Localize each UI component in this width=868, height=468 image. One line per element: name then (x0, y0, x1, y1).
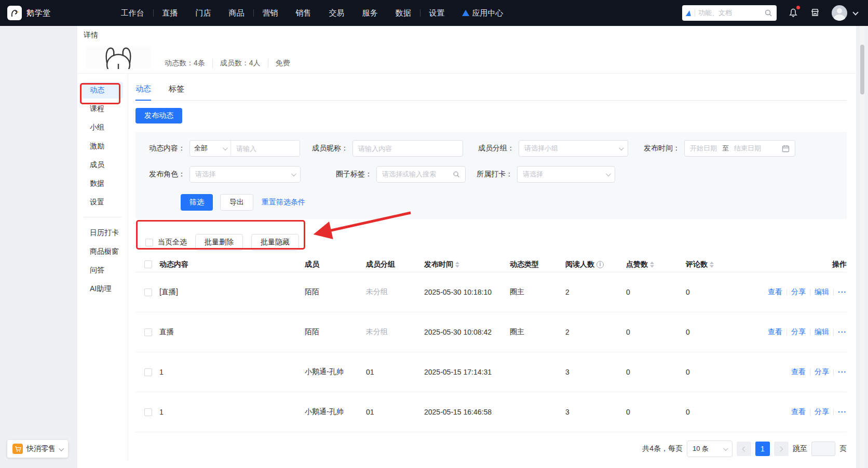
role-select[interactable]: 请选择 (189, 166, 301, 183)
filter-submit-button[interactable]: 筛选 (181, 194, 213, 211)
batch-delete-button[interactable]: 批量删除 (195, 234, 243, 251)
cell-comments: 0 (686, 328, 764, 336)
col-header-likes[interactable]: 点赞数 (626, 260, 686, 269)
top-navigation: 鹅学堂 工作台 直播 门店 商品 营销 销售 交易 服务 数据 设置 应用中心 … (0, 0, 868, 26)
shop-icon[interactable] (810, 7, 820, 19)
col-header-comments[interactable]: 评论数 (686, 260, 764, 269)
page-number-button[interactable]: 1 (755, 442, 770, 456)
row-checkbox[interactable] (144, 368, 152, 376)
sidebar-item-members[interactable]: 成员 (83, 157, 123, 173)
cell-time: 2025-05-30 10:08:42 (424, 328, 510, 336)
more-actions-icon[interactable]: ··· (838, 288, 847, 296)
tab-moments[interactable]: 动态 (135, 78, 151, 100)
account-chevron-down-icon[interactable] (852, 9, 858, 15)
content-type-select[interactable]: 全部 (190, 141, 231, 156)
app-center-link[interactable]: 应用中心 (462, 8, 504, 18)
sidebar-item-ai-assistant[interactable]: AI助理 (83, 281, 123, 297)
nav-item-data[interactable]: 数据 (387, 8, 420, 18)
view-link[interactable]: 查看 (768, 287, 782, 297)
cell-comments: 0 (686, 408, 764, 416)
share-link[interactable]: 分享 (791, 287, 806, 297)
row-checkbox[interactable] (144, 288, 152, 296)
info-icon[interactable]: i (596, 261, 604, 268)
sidebar-item-data[interactable]: 数据 (83, 175, 123, 192)
nav-item-settings[interactable]: 设置 (421, 8, 454, 18)
stat-posts: 动态数：4条 (165, 59, 213, 68)
checkin-select[interactable]: 请选择 (517, 166, 615, 183)
calendar-icon (782, 145, 790, 153)
chevron-down-icon (223, 145, 228, 150)
stat-price: 免费 (268, 59, 297, 68)
nav-item-store[interactable]: 门店 (187, 8, 220, 18)
row-checkbox[interactable] (144, 408, 152, 416)
prev-page-button[interactable] (737, 442, 751, 456)
view-link[interactable]: 查看 (791, 407, 806, 417)
sidebar-item-settings[interactable]: 设置 (83, 194, 123, 211)
cell-likes: 0 (626, 288, 686, 296)
chevron-left-icon (742, 446, 748, 451)
chevron-right-icon (778, 446, 783, 451)
publish-time-range-picker[interactable]: 开始日期 至 结束日期 (684, 140, 795, 157)
workspace-switcher[interactable]: 快消零售 (7, 440, 68, 458)
content-keyword-input[interactable] (231, 141, 300, 156)
export-button[interactable]: 导出 (220, 194, 253, 211)
cell-reads: 3 (565, 408, 626, 416)
sidebar-item-qa[interactable]: 问答 (83, 262, 123, 279)
sidebar-item-moments[interactable]: 动态 (83, 82, 123, 99)
batch-hide-button[interactable]: 批量隐藏 (251, 234, 299, 251)
more-actions-icon[interactable]: ··· (838, 408, 847, 416)
content-type-value: 全部 (194, 144, 208, 153)
edit-link[interactable]: 编辑 (815, 287, 829, 297)
more-actions-icon[interactable]: ··· (838, 328, 847, 336)
cell-reads: 2 (565, 328, 626, 336)
notification-bell-icon[interactable] (788, 7, 798, 19)
nickname-input[interactable] (352, 140, 463, 157)
nav-item-goods[interactable]: 商品 (220, 8, 253, 18)
chevron-down-icon (606, 171, 611, 176)
sidebar-item-incentive[interactable]: 激励 (83, 138, 123, 155)
sidebar-item-goods-showcase[interactable]: 商品橱窗 (83, 243, 123, 260)
share-link[interactable]: 分享 (815, 367, 829, 377)
nav-item-sales[interactable]: 销售 (287, 8, 320, 18)
main-menu: 工作台 直播 门店 商品 营销 销售 交易 服务 数据 设置 (112, 8, 454, 18)
sidebar-item-calendar-checkin[interactable]: 日历打卡 (83, 225, 123, 241)
reset-filters-link[interactable]: 重置筛选条件 (262, 198, 305, 207)
sort-icon (455, 261, 459, 268)
topnav-right: 功能、文档 (682, 5, 858, 21)
chevron-down-icon (619, 145, 624, 150)
nav-item-live[interactable]: 直播 (154, 8, 187, 18)
row-checkbox[interactable] (144, 328, 152, 336)
main-panel: 详情 动态数：4条 成员数：4人 免费 动态 课程 小组 (77, 26, 856, 468)
vertical-scrollbar[interactable] (860, 26, 865, 468)
cell-member: 陌陌 (305, 287, 366, 297)
col-header-time[interactable]: 发布时间 (424, 260, 510, 269)
scrollbar-thumb[interactable] (860, 45, 864, 94)
tab-labels[interactable]: 标签 (169, 78, 184, 100)
circle-tag-search-input[interactable]: 请选择或输入搜索 (376, 166, 466, 183)
global-search-input[interactable]: 功能、文档 (682, 5, 777, 21)
share-link[interactable]: 分享 (815, 407, 829, 417)
sidebar-item-groups[interactable]: 小组 (83, 119, 123, 136)
brand-logo-icon[interactable] (7, 6, 22, 20)
more-actions-icon[interactable]: ··· (838, 368, 847, 376)
pagination-total: 共4条，每页 (642, 444, 683, 453)
view-link[interactable]: 查看 (791, 367, 806, 377)
jump-page-input[interactable] (811, 442, 835, 456)
nav-item-service[interactable]: 服务 (354, 8, 387, 18)
publish-moment-button[interactable]: 发布动态 (135, 108, 182, 123)
share-link[interactable]: 分享 (791, 327, 806, 337)
nav-item-trade[interactable]: 交易 (320, 8, 354, 18)
group-select[interactable]: 请选择小组 (519, 140, 628, 157)
edit-link[interactable]: 编辑 (815, 327, 829, 337)
nav-item-workbench[interactable]: 工作台 (112, 8, 153, 18)
page-size-select[interactable]: 10 条 (687, 441, 733, 457)
view-link[interactable]: 查看 (768, 327, 782, 337)
search-icon[interactable] (764, 9, 772, 17)
next-page-button[interactable] (774, 442, 789, 456)
select-all-checkbox[interactable] (145, 239, 153, 246)
user-avatar[interactable] (832, 5, 847, 21)
sidebar-item-courses[interactable]: 课程 (83, 101, 123, 117)
header-checkbox[interactable] (144, 260, 152, 268)
nav-item-marketing[interactable]: 营销 (254, 8, 287, 18)
cell-time: 2025-05-15 17:14:31 (424, 368, 510, 376)
